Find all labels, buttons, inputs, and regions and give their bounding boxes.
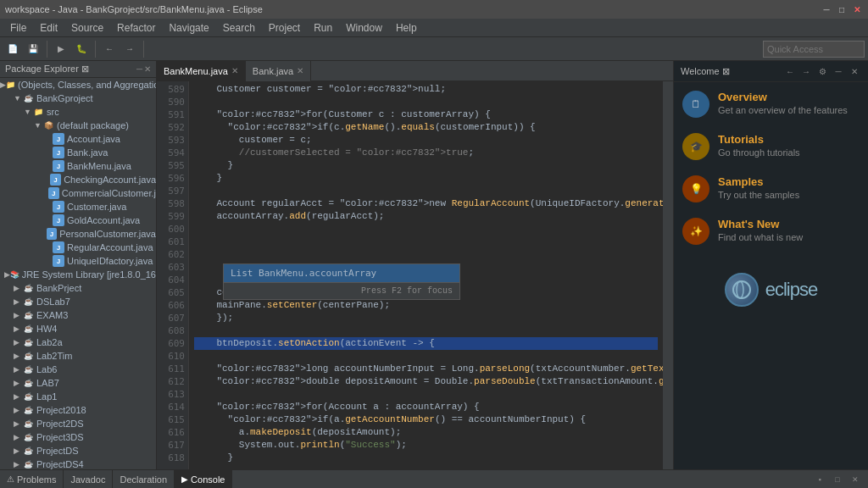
tab-close-button[interactable]: ✕ [231, 66, 238, 75]
bottom-tab-problems[interactable]: ⚠Problems [0, 470, 64, 489]
welcome-section-3[interactable]: ✨What's NewFind out what is new [682, 218, 860, 245]
menu-item-project[interactable]: Project [262, 19, 307, 37]
welcome-section-2[interactable]: 💡SamplesTry out the samples [682, 175, 860, 202]
bottom-tab-declaration[interactable]: Declaration [113, 470, 175, 489]
minimize-button[interactable]: ─ [821, 3, 832, 15]
editor-tab-0[interactable]: BankMenu.java✕ [157, 61, 246, 81]
quick-access-input[interactable] [763, 41, 865, 58]
svg-point-1 [737, 281, 743, 298]
welcome-close[interactable]: ✕ [848, 64, 861, 78]
tree-item[interactable]: ▶☕ProjectDS [0, 444, 156, 458]
tree-item[interactable]: ▶☕Lab6 [0, 363, 156, 376]
tree-item[interactable]: JCustomer.java [0, 200, 156, 214]
bottom-tab-javadoc[interactable]: Javadoc [64, 470, 113, 489]
menu-item-navigate[interactable]: Navigate [162, 19, 215, 37]
tree-item[interactable]: ▶☕Lab2a [0, 336, 156, 349]
welcome-section-0[interactable]: 🗒OverviewGet an overview of the features [682, 91, 860, 118]
tree-icon: J [53, 201, 64, 213]
welcome-section-desc: Go through tutorials [718, 147, 800, 158]
menu-item-help[interactable]: Help [389, 19, 424, 37]
tree-item[interactable]: ▶☕Project2018 [0, 403, 156, 417]
welcome-nav-back[interactable]: ← [783, 64, 797, 78]
menu-item-edit[interactable]: Edit [33, 19, 64, 37]
tree-item[interactable]: ▶☕Lap1 [0, 390, 156, 403]
toolbar-new[interactable]: 📄 [3, 40, 22, 58]
explorer-close[interactable]: ✕ [144, 64, 151, 74]
title-bar-controls: ─ □ ✕ [821, 3, 863, 15]
line-number: 596 [160, 172, 185, 185]
editor-tab-1[interactable]: Bank.java✕ [246, 61, 311, 81]
bottom-minimize[interactable]: ▪ [812, 472, 827, 487]
tree-item[interactable]: ▶📚JRE System Library [jre1.8.0_16 [0, 268, 156, 281]
tab-close-button[interactable]: ✕ [297, 66, 303, 75]
tree-label: src [47, 107, 59, 117]
welcome-settings[interactable]: ⚙ [815, 64, 829, 78]
welcome-section-text-1: TutorialsGo through tutorials [718, 133, 800, 158]
tree-item[interactable]: ▶☕ProjectDS4 [0, 458, 156, 469]
tree-item[interactable]: JGoldAccount.java [0, 214, 156, 227]
bottom-close[interactable]: ✕ [848, 472, 863, 487]
code-area[interactable]: Customer customer = "color:#cc7832">null… [189, 81, 663, 469]
tree-item[interactable]: ▶☕LAB7 [0, 376, 156, 390]
tree-item[interactable]: ▶☕Project2DS [0, 417, 156, 430]
code-line: System.out.println("Success"); [194, 439, 658, 452]
toolbar-run[interactable]: ▶ [52, 40, 70, 58]
explorer-title: Package Explorer ⊠ [5, 64, 89, 75]
tree-item[interactable]: ▼☕BankGproject [0, 92, 156, 105]
bottom-tab-icon: ⚠ [7, 474, 14, 484]
maximize-button[interactable]: □ [836, 3, 848, 15]
close-button[interactable]: ✕ [851, 3, 863, 15]
autocomplete-item[interactable]: List BankMenu.accountArray [224, 264, 459, 282]
tree-item[interactable]: ▶☕BankPrject [0, 281, 156, 295]
tree-item[interactable]: JCheckingAccount.java [0, 173, 156, 186]
welcome-section-1[interactable]: 🎓TutorialsGo through tutorials [682, 133, 860, 160]
bottom-tab-label: Javadoc [70, 474, 105, 485]
code-line: } [194, 452, 658, 464]
toolbar-fwd[interactable]: → [120, 40, 139, 58]
welcome-section-title: Samples [718, 175, 799, 188]
tree-item[interactable]: JCommercialCustomer.j [0, 186, 156, 200]
welcome-section-icon-0: 🗒 [682, 91, 709, 118]
tree-item[interactable]: ▶☕DSLab7 [0, 295, 156, 308]
tree-item[interactable]: ▶☕EXAM3 [0, 308, 156, 322]
code-line [194, 185, 658, 197]
tree-item[interactable]: JBank.java [0, 146, 156, 159]
bottom-tab-console[interactable]: ▶Console [175, 470, 232, 489]
welcome-section-title: What's New [718, 218, 803, 230]
tree-arrow: ▶ [4, 270, 10, 279]
toolbar-save[interactable]: 💾 [24, 40, 42, 58]
vertical-scrollbar[interactable] [663, 81, 673, 469]
code-line: "color:#cc7832">for(Customer c : custome… [194, 108, 658, 121]
project-explorer-panel: Package Explorer ⊠ ─ ✕ ▶📁(Objects, Class… [0, 61, 157, 469]
tree-arrow: ▶ [14, 433, 22, 441]
welcome-section-text-2: SamplesTry out the samples [718, 175, 799, 200]
tree-item[interactable]: ▶☕Lab2Tim [0, 349, 156, 363]
menu-item-source[interactable]: Source [64, 19, 110, 37]
tree-item[interactable]: JBankMenu.java [0, 159, 156, 173]
menu-item-refactor[interactable]: Refactor [110, 19, 162, 37]
menu-item-run[interactable]: Run [307, 19, 339, 37]
tree-item[interactable]: ▶📁(Objects, Classes, and Aggregatio... [0, 78, 156, 92]
toolbar-debug[interactable]: 🐛 [72, 40, 91, 58]
tree-item[interactable]: ▶☕HW4 [0, 322, 156, 336]
welcome-section-icon-2: 💡 [682, 175, 709, 202]
tree-item[interactable]: ▼📦(default package) [0, 119, 156, 132]
toolbar-sep-3 [143, 41, 144, 58]
toolbar-sep-2 [95, 41, 96, 58]
tree-item[interactable]: ▼📁src [0, 105, 156, 119]
welcome-nav-fwd[interactable]: → [799, 64, 813, 78]
tree-item[interactable]: JRegularAccount.java [0, 241, 156, 254]
bottom-maximize[interactable]: □ [830, 472, 845, 487]
bottom-tab-label: Problems [17, 474, 56, 485]
explorer-minimize[interactable]: ─ [136, 64, 142, 74]
tree-item[interactable]: JPersonalCustomer.java [0, 227, 156, 241]
toolbar-back[interactable]: ← [100, 40, 119, 58]
tree-item[interactable]: JAccount.java [0, 132, 156, 146]
welcome-minimize[interactable]: ─ [832, 64, 845, 78]
tree-item[interactable]: ▶☕Project3DS [0, 430, 156, 444]
menu-item-window[interactable]: Window [339, 19, 389, 37]
line-number: 597 [160, 185, 185, 197]
menu-item-file[interactable]: File [3, 19, 33, 37]
tree-item[interactable]: JUniqueIDfactory.java [0, 254, 156, 268]
menu-item-search[interactable]: Search [216, 19, 262, 37]
